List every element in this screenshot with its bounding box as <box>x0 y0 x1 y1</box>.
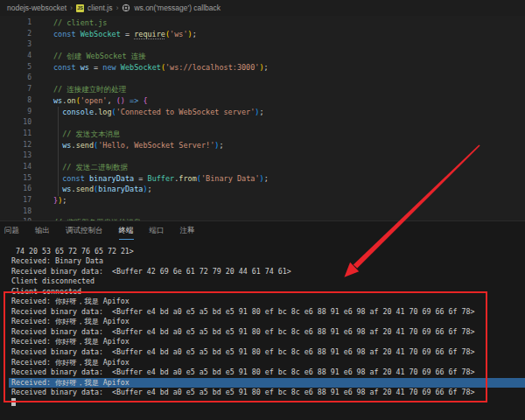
code-text: // 连接建立时的处理 <box>53 84 126 95</box>
terminal-line: Received: Binary Data <box>0 256 525 267</box>
panel-tab-comments[interactable]: 注释 <box>180 221 195 240</box>
code-text: console.log('Connected to WebSocket serv… <box>53 107 264 118</box>
code-text: // client.js <box>53 18 107 29</box>
code-line: 17}); <box>0 195 525 206</box>
vscode-window: nodejs-websocket › JS client.js › ws.on(… <box>0 0 525 420</box>
code-text: const ws = new WebSocket('ws://localhost… <box>53 62 269 74</box>
line-number: 17 <box>0 195 32 206</box>
chevron-right-icon: › <box>116 4 118 12</box>
terminal-line: Received binary data: <Buffer e4 bd a0 e… <box>0 307 525 318</box>
code-line: 18 <box>0 206 525 218</box>
code-line: 14 // 发送二进制数据 <box>0 162 525 173</box>
breadcrumb: nodejs-websocket › JS client.js › ws.on(… <box>0 0 525 16</box>
code-text: // 发送文本消息 <box>53 129 121 140</box>
line-number: 9 <box>0 107 32 118</box>
code-line: 16 ws.send(binaryData); <box>0 184 525 195</box>
line-number: 18 <box>0 206 32 218</box>
panel-tab-output[interactable]: 输出 <box>35 221 50 240</box>
code-text: ws.send(binaryData); <box>53 184 152 195</box>
terminal-line: Received binary data: <Buffer e4 bd a0 e… <box>0 347 525 358</box>
panel-tab-ports[interactable]: 端口 <box>150 221 164 240</box>
line-number: 15 <box>0 173 32 185</box>
panel-tab-bar: 问题输出调试控制台终端端口注释 <box>0 221 525 240</box>
terminal-cursor <box>11 398 16 407</box>
terminal-output[interactable]: 74 20 53 65 72 76 65 72 21>Received: Bin… <box>0 247 525 420</box>
terminal-line: Received: 你好呀，我是 Apifox <box>0 358 525 368</box>
code-text: }); <box>53 195 66 206</box>
code-line: 10 <box>0 117 525 129</box>
terminal-line: Received: 你好呀，我是 Apifox <box>9 378 525 388</box>
line-number: 16 <box>0 184 32 195</box>
line-number: 2 <box>0 29 32 40</box>
line-number: 13 <box>0 150 32 162</box>
line-number: 7 <box>0 84 32 95</box>
line-number: 3 <box>0 39 32 51</box>
panel-tab-terminal[interactable]: 终端 <box>119 221 134 240</box>
code-line: 4// 创建 WebSocket 连接 <box>0 51 525 62</box>
line-number: 5 <box>0 62 32 74</box>
breadcrumb-folder[interactable]: nodejs-websocket <box>7 4 66 12</box>
terminal-line: Received binary data: <Buffer e4 bd a0 e… <box>0 388 525 398</box>
terminal-line: Received: 你好呀，我是 Apifox <box>0 297 525 307</box>
code-line: 13 <box>0 150 525 162</box>
js-file-icon: JS <box>76 4 84 12</box>
terminal-line: Received: 你好呀，我是 Apifox <box>0 337 525 347</box>
code-line: 7// 连接建立时的处理 <box>0 84 525 95</box>
code-text: ws.send('Hello, WebSocket Server!'); <box>53 140 224 151</box>
code-text: // 发送二进制数据 <box>53 162 128 173</box>
terminal-line: Received binary data: <Buffer e4 bd a0 e… <box>0 368 525 378</box>
bottom-panel: 问题输出调试控制台终端端口注释 74 20 53 65 72 76 65 72 … <box>0 220 525 420</box>
line-number: 11 <box>0 129 32 140</box>
terminal-line: Client disconnected <box>0 276 525 287</box>
code-area: 1// client.js2const WebSocket = require(… <box>0 18 525 220</box>
line-number: 1 <box>0 18 32 29</box>
code-line: 5const ws = new WebSocket('ws://localhos… <box>0 62 525 74</box>
line-number: 4 <box>0 51 32 62</box>
terminal-line: Received binary data: <Buffer 42 69 6e 6… <box>0 267 525 277</box>
line-number: 12 <box>0 140 32 151</box>
code-line: 9 console.log('Connected to WebSocket se… <box>0 107 525 118</box>
code-text: const WebSocket = require('ws'); <box>53 29 197 40</box>
line-number: 8 <box>0 95 32 107</box>
code-text: // 创建 WebSocket 连接 <box>53 51 146 62</box>
code-text: ws.on('open', () => { <box>53 95 148 107</box>
terminal-line: Received binary data: <Buffer e4 bd a0 e… <box>0 327 525 338</box>
code-line: 8ws.on('open', () => { <box>0 95 525 107</box>
code-editor[interactable]: 1// client.js2const WebSocket = require(… <box>0 16 525 220</box>
symbol-function-icon <box>122 4 130 12</box>
terminal-line: Client connected <box>0 287 525 298</box>
terminal-line: 74 20 53 65 72 76 65 72 21> <box>0 247 525 257</box>
line-number: 6 <box>0 73 32 84</box>
code-line: 3 <box>0 39 525 51</box>
code-line: 6 <box>0 73 525 84</box>
terminal-line: Received: 你好呀，我是 Apifox <box>0 317 525 327</box>
code-line: 11 // 发送文本消息 <box>0 129 525 140</box>
breadcrumb-symbol[interactable]: ws.on('message') callback <box>134 4 220 12</box>
code-line: 15 const binaryData = Buffer.from('Binar… <box>0 173 525 185</box>
code-line: 12 ws.send('Hello, WebSocket Server!'); <box>0 140 525 151</box>
indent-guide <box>58 107 59 196</box>
terminal-line <box>0 398 525 409</box>
chevron-right-icon: › <box>70 4 73 12</box>
code-line: 1// client.js <box>0 18 525 29</box>
code-text: const binaryData = Buffer.from('Binary D… <box>53 173 269 185</box>
code-line: 2const WebSocket = require('ws'); <box>0 29 525 40</box>
panel-tab-debug-console[interactable]: 调试控制台 <box>66 221 103 240</box>
breadcrumb-file[interactable]: client.js <box>88 4 112 12</box>
line-number: 10 <box>0 117 32 129</box>
panel-tab-problems[interactable]: 问题 <box>4 221 19 240</box>
line-number: 14 <box>0 162 32 173</box>
